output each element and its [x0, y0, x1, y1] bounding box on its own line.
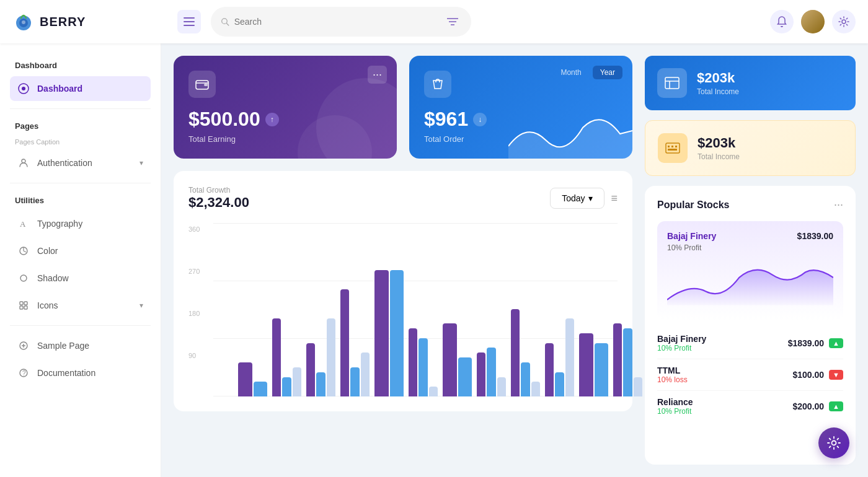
- stock-price-2: $200.00: [793, 401, 825, 411]
- svg-rect-18: [20, 302, 23, 305]
- stock-price-1: $100.00: [793, 370, 825, 380]
- stock-info-0: Bajaj Finery10% Profit: [657, 334, 788, 352]
- svg-rect-30: [665, 77, 679, 89]
- color-icon: [17, 245, 30, 257]
- stock-row-0: Bajaj Finery10% Profit$1839.00▲: [657, 328, 843, 359]
- stock-stat-2: 10% Profit: [657, 407, 793, 416]
- svg-rect-36: [675, 146, 677, 147]
- sidebar-item-documentation-label: Documentation: [37, 368, 143, 378]
- app-header: BERRY: [0, 0, 868, 43]
- bar-purple-8: [511, 309, 520, 396]
- bar-chart-container: 360 270 180 90: [188, 223, 618, 396]
- shopping-bag-icon: [431, 77, 445, 91]
- earning-card-menu[interactable]: ···: [368, 66, 387, 84]
- search-input[interactable]: [234, 17, 440, 27]
- settings-button[interactable]: [832, 10, 856, 33]
- sidebar-pages-caption: Pages Caption: [15, 138, 151, 146]
- earning-up-arrow: ↑: [265, 113, 279, 126]
- svg-rect-21: [24, 306, 27, 309]
- featured-stock-chart-area: Bajaj Finery $1839.00 10% Profit: [657, 221, 843, 320]
- content-right: $203k Total Income $203k: [645, 56, 856, 465]
- svg-point-17: [20, 275, 27, 281]
- featured-stock-price: $1839.00: [797, 231, 833, 241]
- hamburger-button[interactable]: [177, 10, 201, 33]
- today-label: Today: [562, 193, 585, 203]
- sidebar-item-typography[interactable]: A Typography: [10, 211, 151, 236]
- sidebar-item-shadow-label: Shadow: [37, 273, 143, 283]
- search-icon: [221, 17, 229, 27]
- earning-amount-value: $500.00: [188, 108, 260, 131]
- sample-page-icon: [17, 339, 30, 352]
- today-button[interactable]: Today ▾: [550, 188, 604, 209]
- stocks-menu-icon[interactable]: ···: [834, 198, 843, 211]
- fab-settings-button[interactable]: [818, 427, 849, 458]
- bar-purple-5: [409, 328, 417, 396]
- y-label-180: 180: [188, 310, 200, 317]
- sidebar-item-color[interactable]: Color: [10, 239, 151, 263]
- sidebar-item-authentication[interactable]: Authentication ▾: [10, 151, 151, 175]
- income-blue-amount: $203k: [697, 70, 739, 86]
- bar-group-9: [545, 318, 574, 396]
- grid-line-top: [213, 223, 618, 224]
- sidebar-item-sample-page[interactable]: Sample Page: [10, 333, 151, 358]
- cards-row: ··· $500.00 ↑ Total Earning: [174, 56, 632, 159]
- bar-light-9: [565, 318, 574, 396]
- stock-info-2: Reliance10% Profit: [657, 397, 793, 416]
- earning-amount: $500.00 ↑: [188, 108, 382, 131]
- sidebar-item-color-label: Color: [37, 246, 143, 256]
- bar-blue-9: [555, 372, 564, 396]
- svg-point-38: [832, 441, 836, 445]
- sidebar-item-documentation[interactable]: ? Documentation: [10, 361, 151, 385]
- bar-light-8: [531, 382, 540, 396]
- content-left: ··· $500.00 ↑ Total Earning: [174, 56, 632, 465]
- order-amount-value: $961: [424, 108, 468, 131]
- berry-logo-icon: [12, 11, 35, 33]
- sidebar-divider-3: [10, 325, 151, 326]
- income-yellow-info: $203k Total Income: [698, 135, 740, 161]
- sidebar-item-dashboard[interactable]: Dashboard: [10, 76, 151, 101]
- bar-group-10: [579, 333, 608, 396]
- income-card-yellow: $203k Total Income: [645, 120, 856, 176]
- sidebar-section-pages: Pages: [15, 121, 151, 131]
- svg-point-14: [22, 159, 25, 163]
- bar-group-1: [272, 318, 301, 396]
- notification-button[interactable]: [770, 10, 794, 33]
- chart-menu-icon[interactable]: ≡: [611, 192, 618, 205]
- bar-blue-7: [487, 348, 495, 396]
- bar-group-7: [477, 348, 506, 396]
- bar-purple-7: [477, 352, 485, 396]
- sidebar-item-shadow[interactable]: Shadow: [10, 266, 151, 291]
- bar-light-1: [293, 367, 301, 396]
- stock-name-2: Reliance: [657, 397, 793, 407]
- stock-stat-1: 10% loss: [657, 375, 793, 384]
- sidebar: Dashboard Dashboard Pages Pages Caption …: [0, 43, 161, 477]
- dashboard-icon: [17, 82, 30, 95]
- bar-blue-3: [350, 367, 359, 396]
- svg-rect-28: [204, 84, 208, 86]
- month-tab[interactable]: Month: [553, 66, 588, 79]
- sidebar-item-icons[interactable]: Icons ▾: [10, 293, 151, 318]
- svg-rect-37: [668, 149, 677, 151]
- svg-point-11: [842, 20, 846, 24]
- sidebar-section-dashboard: Dashboard: [15, 61, 151, 70]
- avatar[interactable]: [801, 10, 825, 33]
- bar-group-4: [374, 270, 404, 396]
- stocks-title: Popular Stocks: [657, 199, 729, 211]
- svg-point-13: [22, 87, 25, 90]
- bar-purple-0: [238, 362, 252, 396]
- chart-subtitle: Total Growth: [188, 186, 249, 195]
- sidebar-item-dashboard-label: Dashboard: [37, 84, 143, 94]
- income-card-blue: $203k Total Income: [645, 56, 856, 110]
- order-wave-chart: [508, 109, 632, 159]
- bar-purple-1: [272, 318, 281, 396]
- year-tab[interactable]: Year: [593, 66, 622, 79]
- earning-card: ··· $500.00 ↑ Total Earning: [174, 56, 397, 159]
- stocks-card: Popular Stocks ··· Bajaj Finery $1839.00…: [645, 186, 856, 465]
- bar-purple-2: [306, 343, 315, 396]
- earning-label: Total Earning: [188, 134, 382, 144]
- bar-blue-10: [595, 343, 609, 396]
- search-filter-button[interactable]: [445, 12, 461, 32]
- earning-card-icon: [188, 71, 216, 98]
- bar-group-0: [238, 362, 267, 396]
- stock-stat-0: 10% Profit: [657, 344, 788, 352]
